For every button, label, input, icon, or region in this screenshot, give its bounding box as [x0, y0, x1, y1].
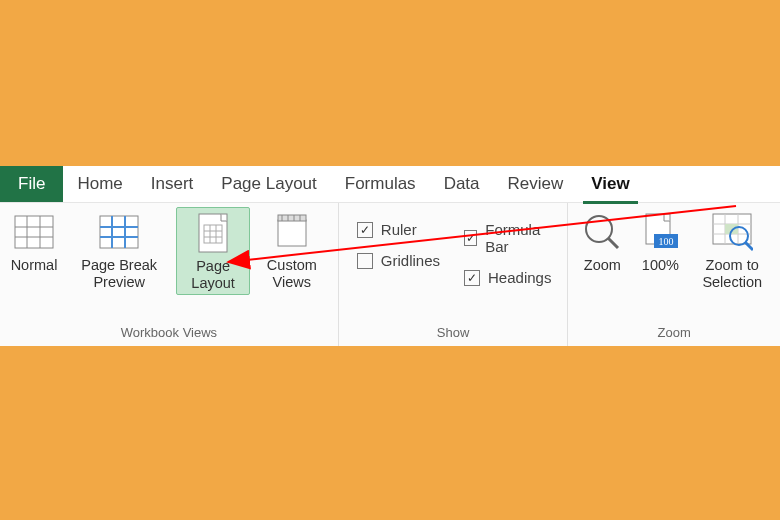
group-label-workbook-views: Workbook Views: [6, 321, 332, 346]
normal-view-label: Normal: [11, 257, 58, 291]
svg-rect-16: [278, 220, 306, 246]
svg-line-23: [608, 238, 618, 248]
custom-views-button[interactable]: Custom Views: [252, 207, 332, 293]
checkbox-icon: [464, 270, 480, 286]
tab-review[interactable]: Review: [494, 166, 578, 202]
group-workbook-views: Normal Page Break Preview Page Layout: [0, 203, 339, 346]
tab-home[interactable]: Home: [63, 166, 136, 202]
gridlines-label: Gridlines: [381, 252, 440, 269]
svg-rect-0: [15, 216, 53, 248]
svg-text:100: 100: [659, 236, 674, 247]
tab-data[interactable]: Data: [430, 166, 494, 202]
tab-page-layout[interactable]: Page Layout: [207, 166, 330, 202]
ribbon: File Home Insert Page Layout Formulas Da…: [0, 166, 780, 346]
custom-views-icon: [271, 211, 313, 253]
page-layout-view-button[interactable]: Page Layout: [176, 207, 249, 295]
tab-insert[interactable]: Insert: [137, 166, 208, 202]
group-items: Zoom 100 100%: [574, 207, 774, 321]
group-label-show: Show: [345, 321, 562, 346]
checkbox-icon: [357, 253, 373, 269]
custom-views-label: Custom Views: [256, 257, 328, 291]
gridlines-checkbox[interactable]: Gridlines: [357, 252, 440, 269]
hundred-percent-button[interactable]: 100 100%: [632, 207, 688, 293]
group-items: Ruler Gridlines Formula Bar Headings: [345, 207, 562, 321]
checkbox-icon: [464, 230, 477, 246]
zoom-to-selection-button[interactable]: Zoom to Selection: [690, 207, 774, 293]
formula-bar-label: Formula Bar: [485, 221, 551, 255]
page-break-preview-label: Page Break Preview: [68, 257, 170, 291]
page-layout-view-icon: [192, 212, 234, 254]
normal-view-button[interactable]: Normal: [6, 207, 62, 293]
group-items: Normal Page Break Preview Page Layout: [6, 207, 332, 321]
page-break-preview-icon: [98, 211, 140, 253]
svg-rect-5: [100, 216, 138, 248]
formula-bar-checkbox[interactable]: Formula Bar: [464, 221, 551, 255]
show-col-1: Ruler Gridlines: [345, 207, 450, 269]
ruler-checkbox[interactable]: Ruler: [357, 221, 440, 238]
tab-file[interactable]: File: [0, 166, 63, 202]
ribbon-body: Normal Page Break Preview Page Layout: [0, 202, 780, 346]
page-break-preview-button[interactable]: Page Break Preview: [64, 207, 174, 293]
hundred-percent-icon: 100: [639, 211, 681, 253]
normal-view-icon: [13, 211, 55, 253]
group-zoom: Zoom 100 100%: [568, 203, 780, 346]
tab-formulas[interactable]: Formulas: [331, 166, 430, 202]
zoom-button[interactable]: Zoom: [574, 207, 630, 293]
page-layout-view-label: Page Layout: [181, 258, 244, 292]
zoom-label: Zoom: [584, 257, 621, 291]
tab-strip: File Home Insert Page Layout Formulas Da…: [0, 166, 780, 202]
magnifier-icon: [581, 211, 623, 253]
show-col-2: Formula Bar Headings: [452, 207, 561, 286]
checkbox-icon: [357, 222, 373, 238]
headings-label: Headings: [488, 269, 551, 286]
tab-view[interactable]: View: [577, 166, 643, 202]
zoom-to-selection-icon: [711, 211, 753, 253]
group-label-zoom: Zoom: [574, 321, 774, 346]
ruler-label: Ruler: [381, 221, 417, 238]
headings-checkbox[interactable]: Headings: [464, 269, 551, 286]
hundred-percent-label: 100%: [642, 257, 679, 291]
zoom-to-selection-label: Zoom to Selection: [694, 257, 770, 291]
group-show: Ruler Gridlines Formula Bar Headings: [339, 203, 569, 346]
